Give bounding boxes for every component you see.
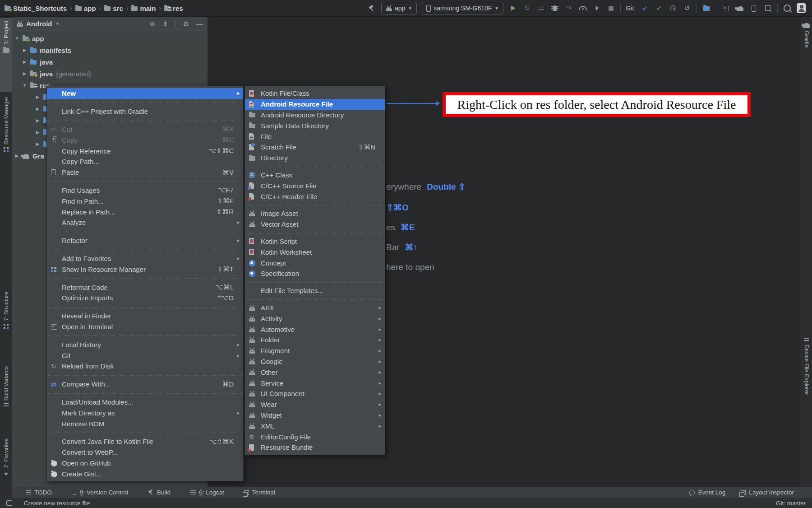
menu-item-copy-reference[interactable]: Copy Reference⌥⇧⌘C xyxy=(47,145,243,156)
menu-item-remove-bom[interactable]: Remove BOM xyxy=(47,418,243,429)
menu-item-ui-component[interactable]: UI Component▸ xyxy=(245,388,385,399)
menu-item-folder[interactable]: Folder▸ xyxy=(245,335,385,345)
tree-item-manifests[interactable]: ▶manifests xyxy=(12,44,208,56)
menu-item-reload-from-disk[interactable]: ↻Reload from Disk xyxy=(47,361,243,372)
menu-item-other[interactable]: Other▸ xyxy=(245,367,385,378)
run-button[interactable] xyxy=(508,4,517,13)
attach-debugger-button[interactable]: ↷ xyxy=(564,4,573,13)
collapsed-arrow-icon[interactable]: ▶ xyxy=(22,60,27,64)
collapsed-arrow-icon[interactable]: ▶ xyxy=(35,118,40,123)
menu-item-mark-directory-as[interactable]: Mark Directory as▸ xyxy=(47,407,243,418)
terminal-button[interactable] xyxy=(721,4,730,13)
menu-item-optimize-imports[interactable]: Optimize Imports^⌥O xyxy=(47,293,243,303)
menu-item-kotlin-file-class[interactable]: Kotlin File/Class xyxy=(245,88,385,99)
collapsed-arrow-icon[interactable]: ▶ xyxy=(35,107,40,111)
menu-item-convert-java-file-to-kotlin-file[interactable]: Convert Java File to Kotlin File⌥⇧⌘K xyxy=(47,436,243,447)
menu-item-create-gist[interactable]: Create Gist... xyxy=(47,468,243,479)
tool-strip-button-2-favorites[interactable]: 2: Favorites★ xyxy=(0,436,12,504)
menu-item-aidl[interactable]: AIDL▸ xyxy=(245,303,385,313)
menu-item-new[interactable]: New▸ xyxy=(47,88,243,99)
expanded-arrow-icon[interactable]: ▼ xyxy=(14,36,19,41)
apply-changes-button[interactable] xyxy=(592,4,601,13)
menu-item-automotive[interactable]: Automotive▸ xyxy=(245,324,385,335)
menu-item-find-usages[interactable]: Find Usages⌥F7 xyxy=(47,185,243,196)
device-select[interactable]: samsung SM-G610F ▼ xyxy=(422,2,503,14)
tool-strip-button-7-structure[interactable]: 7: Structure xyxy=(0,289,12,364)
tree-item-java[interactable]: ▶java xyxy=(12,56,208,68)
menu-item-resource-bundle[interactable]: Resource Bundle xyxy=(245,442,385,453)
menu-item-scratch-file[interactable]: Scratch File⇧⌘N xyxy=(245,142,385,153)
menu-item-git[interactable]: Git▸ xyxy=(47,350,243,361)
breadcrumb-item-app[interactable]: app xyxy=(75,5,96,12)
tool-window-button-layout-inspector[interactable]: Layout Inspector xyxy=(741,489,794,496)
menu-item-add-to-favorites[interactable]: Add to Favorites▸ xyxy=(47,253,243,264)
profiler-button[interactable] xyxy=(578,4,587,13)
menu-item-editorconfig-file[interactable]: ⚙EditorConfig File xyxy=(245,431,385,442)
tool-window-button-terminal[interactable]: Terminal xyxy=(244,489,275,496)
collapsed-arrow-icon[interactable]: ▶ xyxy=(35,142,40,146)
gradle-sync-button[interactable] xyxy=(735,4,744,13)
git-update-button[interactable]: ↙ xyxy=(641,4,650,13)
menu-item-image-asset[interactable]: Image Asset xyxy=(245,208,385,219)
menu-item-android-resource-directory[interactable]: Android Resource Directory xyxy=(245,110,385,121)
tool-window-button-event-log[interactable]: Event Log xyxy=(689,489,725,496)
menu-item-fragment[interactable]: Fragment▸ xyxy=(245,345,385,356)
collapsed-arrow-icon[interactable]: ▶ xyxy=(35,95,40,99)
menu-item-convert-to-webp[interactable]: Convert to WebP... xyxy=(47,447,243,458)
menu-item-refactor[interactable]: Refactor▸ xyxy=(47,235,243,246)
collapse-all-button[interactable]: ⇟ xyxy=(162,20,168,28)
menu-item-show-in-resource-manager[interactable]: Show In Resource Manager⇧⌘T xyxy=(47,264,243,275)
tree-item-java[interactable]: ▶java(generated) xyxy=(12,68,208,79)
tool-window-button-6-logcat[interactable]: 6: Logcat xyxy=(190,489,224,496)
menu-item-compare-with[interactable]: ⇄Compare With...⌘D xyxy=(47,379,243,390)
menu-item-open-in-terminal[interactable]: Open in Terminal xyxy=(47,322,243,332)
menu-item-edit-file-templates[interactable]: Edit File Templates... xyxy=(245,285,385,296)
tree-item-app[interactable]: ▼app xyxy=(12,33,208,44)
collapsed-arrow-icon[interactable]: ▶ xyxy=(22,48,27,52)
run-log-button[interactable] xyxy=(536,4,545,13)
git-history-button[interactable] xyxy=(669,4,678,13)
tool-window-button-build[interactable]: Build xyxy=(148,489,171,496)
menu-item-c-c-header-file[interactable]: C/C++ Header File xyxy=(245,191,385,202)
tool-window-button-9-version-control[interactable]: 9: Version Control xyxy=(72,489,128,496)
menu-item-c-class[interactable]: C++ Class xyxy=(245,170,385,181)
git-branch-widget[interactable]: Git: master xyxy=(776,500,806,507)
locate-file-button[interactable]: ⊕ xyxy=(149,20,155,28)
menu-item-load-unload-modules[interactable]: Load/Unload Modules... xyxy=(47,397,243,408)
breadcrumb-item-res[interactable]: res xyxy=(164,5,183,12)
menu-item-specification[interactable]: Specification xyxy=(245,268,385,279)
search-everywhere-button[interactable] xyxy=(783,4,792,13)
layout-inspector-button[interactable] xyxy=(749,4,758,13)
tool-window-button-todo[interactable]: TODO xyxy=(26,489,52,496)
menu-item-local-history[interactable]: Local History▸ xyxy=(47,339,243,350)
menu-item-xml[interactable]: XML▸ xyxy=(245,420,385,431)
menu-item-reveal-in-finder[interactable]: Reveal in Finder xyxy=(47,311,243,322)
project-view-selector[interactable]: Android xyxy=(26,20,52,28)
git-commit-button[interactable]: ✓ xyxy=(655,4,664,13)
collapsed-arrow-icon[interactable]: ▶ xyxy=(22,71,27,76)
sdk-manager-button[interactable] xyxy=(763,4,772,13)
menu-item-c-c-source-file[interactable]: C/C++ Source File xyxy=(245,180,385,191)
menu-item-widget[interactable]: Widget▸ xyxy=(245,410,385,421)
run-configuration-select[interactable]: app ▼ xyxy=(381,2,417,14)
menu-item-vector-asset[interactable]: Vector Asset xyxy=(245,219,385,230)
menu-item-service[interactable]: Service▸ xyxy=(245,378,385,388)
collapsed-arrow-icon[interactable]: ▶ xyxy=(14,154,19,158)
hide-panel-button[interactable]: — xyxy=(196,20,203,28)
menu-item-analyze[interactable]: Analyze▸ xyxy=(47,217,243,228)
tool-strip-button-device-file-explorer[interactable]: Device File Explorer xyxy=(800,335,812,453)
tool-strip-button-1-project[interactable]: 1: Project xyxy=(0,18,12,92)
menu-item-sample-data-directory[interactable]: Sample Data Directory xyxy=(245,120,385,131)
menu-item-wear[interactable]: Wear▸ xyxy=(245,399,385,410)
menu-item-find-in-path[interactable]: Find in Path...⇧⌘F xyxy=(47,196,243,206)
expanded-arrow-icon[interactable]: ▼ xyxy=(22,83,27,88)
menu-item-google[interactable]: Google▸ xyxy=(245,356,385,367)
menu-item-concept[interactable]: Concept xyxy=(245,257,385,268)
menu-item-link-c-project-with-gradle[interactable]: Link C++ Project with Gradle xyxy=(47,106,243,117)
profile-avatar[interactable] xyxy=(797,4,806,13)
menu-item-file[interactable]: File xyxy=(245,131,385,142)
menu-item-activity[interactable]: Activity▸ xyxy=(245,313,385,324)
tool-strip-button-resource-manager[interactable]: Resource Manager xyxy=(0,94,12,206)
menu-item-replace-in-path[interactable]: Replace in Path...⇧⌘R xyxy=(47,206,243,217)
collapsed-arrow-icon[interactable]: ▶ xyxy=(35,130,40,135)
